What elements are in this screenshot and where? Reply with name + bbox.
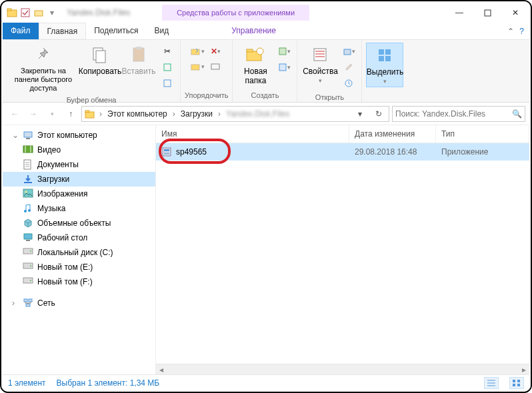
desktop-icon bbox=[23, 232, 33, 243]
delete-button[interactable]: ✕▾ bbox=[209, 44, 223, 59]
chevron-right-icon[interactable]: › bbox=[173, 109, 175, 119]
paste-shortcut-button[interactable] bbox=[160, 76, 175, 91]
close-button[interactable]: ✕ bbox=[501, 3, 529, 22]
refresh-button[interactable]: ↻ bbox=[371, 107, 386, 121]
addr-dropdown-button[interactable]: ▾ bbox=[353, 107, 367, 121]
pin-icon bbox=[33, 44, 54, 65]
titlebar: ▾ Yandex.Disk.Files Средства работы с пр… bbox=[3, 3, 529, 23]
svg-rect-54 bbox=[517, 384, 520, 386]
tree-this-pc[interactable]: ⌄ Этот компьютер bbox=[3, 128, 155, 143]
ribbon-tabs: Файл Главная Поделиться Вид Управление ⌃… bbox=[3, 23, 529, 40]
move-to-button[interactable]: ▾ bbox=[190, 44, 205, 59]
col-name[interactable]: Имя bbox=[156, 125, 349, 143]
svg-point-40 bbox=[30, 250, 31, 252]
svg-rect-8 bbox=[136, 47, 141, 49]
search-input[interactable] bbox=[395, 109, 512, 119]
easy-access-button[interactable]: ▾ bbox=[277, 60, 291, 75]
scroll-right-icon[interactable]: ▸ bbox=[519, 365, 529, 374]
copy-label: Копировать bbox=[79, 67, 122, 76]
copy-path-button[interactable] bbox=[160, 60, 175, 75]
tree-downloads[interactable]: Загрузки bbox=[3, 172, 155, 187]
svg-rect-49 bbox=[164, 149, 169, 151]
qat-folder-icon[interactable] bbox=[33, 7, 44, 18]
copy-icon bbox=[89, 44, 111, 65]
svg-rect-33 bbox=[23, 189, 33, 197]
new-folder-button[interactable]: Новая папка bbox=[237, 43, 274, 87]
history-button[interactable] bbox=[341, 76, 356, 91]
svg-rect-2 bbox=[21, 9, 29, 17]
view-icons-button[interactable] bbox=[509, 377, 524, 389]
tree-network[interactable]: › Сеть bbox=[3, 296, 155, 310]
svg-point-44 bbox=[30, 280, 31, 281]
qat-dropdown-icon[interactable]: ▾ bbox=[47, 7, 57, 18]
properties-button[interactable]: Свойства ▾ bbox=[301, 43, 339, 86]
svg-rect-32 bbox=[24, 182, 32, 183]
cut-icon: ✂ bbox=[164, 47, 171, 56]
view-details-button[interactable] bbox=[484, 377, 499, 389]
up-button[interactable]: ↑ bbox=[63, 106, 79, 122]
exe-icon bbox=[161, 147, 172, 157]
address-bar[interactable]: › Этот компьютер › Загрузки › Yandex.Dis… bbox=[81, 106, 389, 122]
back-button[interactable]: ← bbox=[7, 106, 23, 122]
tree-3d-objects[interactable]: Объемные объекты bbox=[3, 216, 155, 230]
video-icon bbox=[23, 145, 33, 155]
pictures-icon bbox=[23, 189, 33, 199]
svg-rect-23 bbox=[385, 49, 391, 55]
tree-view[interactable]: ⌄ Этот компьютер Видео Документы Загрузк… bbox=[3, 125, 156, 374]
recent-button[interactable]: ▾ bbox=[44, 106, 60, 122]
tab-home[interactable]: Главная bbox=[39, 23, 87, 39]
svg-rect-50 bbox=[164, 153, 169, 155]
svg-rect-30 bbox=[23, 146, 33, 153]
copy-to-button[interactable]: ▾ bbox=[190, 59, 205, 74]
group-new-label: Создать bbox=[251, 90, 279, 99]
new-item-button[interactable]: ▾ bbox=[277, 44, 291, 59]
crumb-downloads[interactable]: Загрузки bbox=[179, 108, 214, 120]
file-row[interactable]: sp49565 29.08.2018 16:48 Приложение bbox=[156, 143, 529, 161]
cut-button[interactable]: ✂ bbox=[160, 44, 175, 59]
edit-button[interactable] bbox=[341, 60, 356, 75]
paste-button[interactable]: Вставить bbox=[120, 43, 157, 77]
tab-share[interactable]: Поделиться bbox=[86, 23, 146, 39]
rename-button[interactable] bbox=[209, 59, 223, 74]
svg-rect-28 bbox=[24, 132, 32, 137]
scroll-left-icon[interactable]: ◂ bbox=[156, 365, 167, 374]
tree-pictures[interactable]: Изображения bbox=[3, 187, 155, 201]
forward-button[interactable]: → bbox=[25, 106, 41, 122]
tree-music[interactable]: Музыка bbox=[3, 201, 155, 216]
horizontal-scrollbar[interactable]: ◂ ▸ bbox=[156, 364, 529, 374]
status-bar: 1 элемент Выбран 1 элемент: 1,34 МБ bbox=[3, 374, 529, 390]
copy-button[interactable]: Копировать bbox=[81, 43, 119, 77]
file-list[interactable]: Имя Дата изменения Тип sp49565 29.08.201… bbox=[156, 125, 529, 374]
tree-desktop[interactable]: Рабочий стол bbox=[3, 230, 155, 245]
tab-file[interactable]: Файл bbox=[3, 23, 39, 39]
tab-manage[interactable]: Управление bbox=[223, 23, 284, 39]
tab-view[interactable]: Вид bbox=[146, 23, 177, 39]
col-date[interactable]: Дата изменения bbox=[349, 125, 436, 143]
chevron-right-icon[interactable]: › bbox=[99, 109, 102, 119]
tree-drive-e[interactable]: Новый том (E:) bbox=[3, 260, 155, 274]
tree-drive-c[interactable]: Локальный диск (C:) bbox=[3, 245, 155, 260]
pin-label: Закрепить на панели быстрого доступа bbox=[8, 67, 79, 93]
select-label: Выделить bbox=[367, 67, 403, 77]
ribbon-collapse-icon[interactable]: ⌃ bbox=[507, 27, 514, 36]
minimize-button[interactable]: — bbox=[445, 3, 473, 22]
tree-video[interactable]: Видео bbox=[3, 143, 155, 157]
new-folder-label: Новая папка bbox=[238, 67, 273, 86]
search-box[interactable]: 🔍 bbox=[392, 106, 525, 122]
tree-drive-f[interactable]: Новый том (F:) bbox=[3, 274, 155, 289]
navbar: ← → ▾ ↑ › Этот компьютер › Загрузки › Ya… bbox=[3, 103, 529, 125]
col-type[interactable]: Тип bbox=[436, 125, 529, 143]
chevron-right-icon[interactable]: › bbox=[218, 109, 221, 119]
maximize-button[interactable] bbox=[473, 3, 501, 22]
tree-documents[interactable]: Документы bbox=[3, 157, 155, 172]
open-button[interactable]: ▾ bbox=[341, 44, 356, 59]
pin-button[interactable]: Закрепить на панели быстрого доступа bbox=[7, 43, 80, 95]
select-button[interactable]: Выделить ▾ bbox=[366, 43, 403, 87]
paste-icon bbox=[128, 44, 149, 65]
qat-checkbox-icon[interactable] bbox=[20, 7, 31, 18]
crumb-folder[interactable]: Yandex.Disk.Files bbox=[225, 108, 291, 120]
search-icon[interactable]: 🔍 bbox=[512, 109, 522, 119]
crumb-this-pc[interactable]: Этот компьютер bbox=[106, 108, 169, 120]
help-icon[interactable]: ? bbox=[519, 27, 524, 36]
status-selection: Выбран 1 элемент: 1,34 МБ bbox=[57, 378, 160, 388]
